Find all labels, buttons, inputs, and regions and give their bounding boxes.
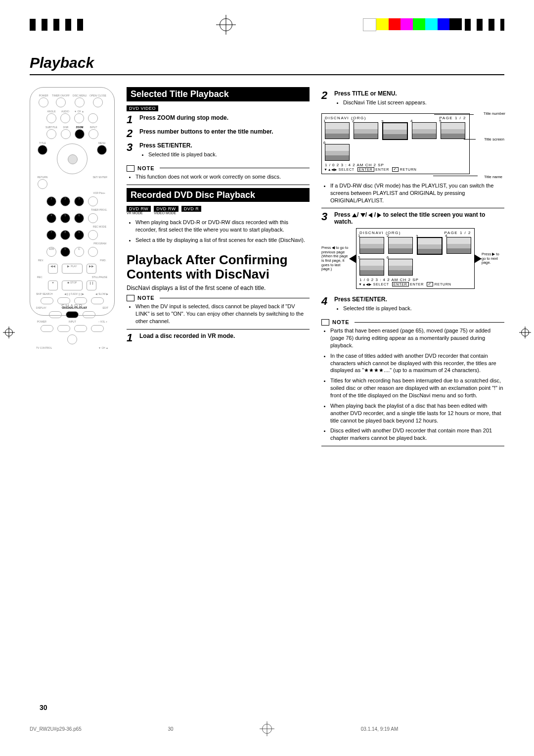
step-3-select: 3 Press / / / to select the title screen… xyxy=(321,211,504,225)
note-heading-3: NOTE xyxy=(321,319,504,325)
note3-b3: Titles for which recording has been inte… xyxy=(330,377,504,399)
note-icon xyxy=(321,319,329,325)
side-register-right-icon xyxy=(519,327,531,338)
zoom-button-icon xyxy=(75,129,85,139)
section-selected-title: Selected Title Playback xyxy=(127,87,310,101)
discnavi-screen-1: DISCNAVI (ORG) PAGE 1 / 2 1 2 3 4 5 6 1 … xyxy=(321,113,470,174)
remote-brand: SHARP xyxy=(30,304,114,309)
step-1-load-disc: 1 Load a disc recorded in VR mode. xyxy=(127,332,310,343)
step-3-setenter: 3 Press SET/ENTER. Selected title is pla… xyxy=(127,142,310,162)
post2-bullet: If a DVD-RW disc (VR mode) has the PLAYL… xyxy=(330,182,504,204)
note-icon xyxy=(127,295,134,301)
original-playlist-button-icon xyxy=(66,311,79,318)
remote-column: POWER TIMER ON/OFF DISC MENU OPEN/ CLOSE… xyxy=(30,87,119,449)
note3-b2: In the case of titles added with another… xyxy=(330,352,504,375)
side-register-left-icon xyxy=(3,327,15,338)
set-enter-button-icon xyxy=(68,154,78,164)
crop-bar-left xyxy=(30,19,89,31)
down-icon xyxy=(360,213,365,217)
discnavi2-left-caption: Press ◀ to go to previous page (When the… xyxy=(321,246,349,272)
callout-title-name: Title name xyxy=(484,175,502,179)
crop-bar-right xyxy=(465,19,504,31)
badge-dvdr: DVD R xyxy=(181,206,202,212)
discnavi1-meta: 1 / 0 2 3 : 4 2 AM CH 2 SP xyxy=(324,162,467,167)
note-icon xyxy=(127,165,134,171)
right-column: 2 Press TITLE or MENU. DiscNavi Title Li… xyxy=(321,87,504,449)
middle-column: Selected Title Playback DVD VIDEO 1 Pres… xyxy=(127,87,310,449)
direction-pad-icon xyxy=(57,143,88,174)
badge-dvd-video: DVD VIDEO xyxy=(127,105,158,111)
sec2-bullet-1: When playing back DVD-R or DVD-RW discs … xyxy=(135,219,310,234)
arrow-left-icon xyxy=(349,254,356,263)
crop-target-bottom-icon xyxy=(260,721,274,736)
discnavi-big-title: Playback After Confirming Contents with … xyxy=(127,253,310,281)
footer-page: 30 xyxy=(168,726,173,732)
footer: DV_RW2U#p29-36.p65 30 03.1.14, 9:19 AM xyxy=(30,721,504,736)
up-icon xyxy=(352,213,357,217)
left-icon xyxy=(368,213,372,218)
callout-title-screen: Title screen xyxy=(484,137,504,142)
callout-title-number: Title number xyxy=(484,111,505,116)
section-recorded-dvd: Recorded DVD Disc Playback xyxy=(127,188,310,202)
arrow-right-icon xyxy=(475,254,482,263)
step-2-number: 2 Press number buttons to enter the titl… xyxy=(127,128,310,139)
footer-file: DV_RW2U#p29-36.p65 xyxy=(30,726,82,732)
step-1-zoom: 1 Press ZOOM during stop mode. xyxy=(127,114,310,125)
page: Playback POWER TIMER ON/OFF DISC MENU OP… xyxy=(0,0,534,756)
note3-b1: Parts that have been erased (page 65), m… xyxy=(330,327,504,349)
note3-b4: When playing back the playlist of a disc… xyxy=(330,402,504,425)
discnavi-screen-2: DISCNAVI (ORG) PAGE 1 / 2 1 2 3 4 5 6 1 … xyxy=(356,228,475,289)
step3-sub-bullet: Selected title is played back. xyxy=(148,151,310,158)
note1-bullet: This function does not work or work corr… xyxy=(135,173,310,181)
step4-sub-bullet: Selected title is played back. xyxy=(343,305,504,312)
color-swatches xyxy=(363,18,462,31)
remote-control-diagram: POWER TIMER ON/OFF DISC MENU OPEN/ CLOSE… xyxy=(30,87,115,316)
menu-button-icon xyxy=(97,145,107,155)
sec2-bullet-2: Select a title by displaying a list of f… xyxy=(135,236,310,244)
step-4-setenter: 4 Press SET/ENTER. Selected title is pla… xyxy=(321,296,504,316)
step-2-title-menu: 2 Press TITLE or MENU. DiscNavi Title Li… xyxy=(321,90,504,110)
page-number: 30 xyxy=(40,704,47,711)
page-title: Playback xyxy=(30,54,504,75)
discnavi2-right-caption: Press ▶ to go to next page. xyxy=(482,252,504,265)
note-heading-1: NOTE xyxy=(127,165,310,171)
note-heading-2: NOTE xyxy=(127,295,310,301)
footer-timestamp: 03.1.14, 9:19 AM xyxy=(361,726,399,732)
right-icon xyxy=(377,213,381,218)
discnavi1-page: PAGE 1 / 2 xyxy=(440,116,466,120)
crop-target-icon xyxy=(216,15,236,35)
discnavi1-title: DISCNAVI (ORG) xyxy=(325,116,366,120)
registration-marks-top xyxy=(30,15,504,35)
note2-bullet: When the DV input is selected, discs can… xyxy=(135,303,310,325)
step2-sub-bullet: DiscNavi Title List screen appears. xyxy=(343,99,504,106)
title-button-icon xyxy=(38,145,47,155)
note3-b5: Discs edited with another DVD recorder t… xyxy=(330,427,504,442)
discnavi-intro: DiscNavi displays a list of the first sc… xyxy=(127,284,310,292)
